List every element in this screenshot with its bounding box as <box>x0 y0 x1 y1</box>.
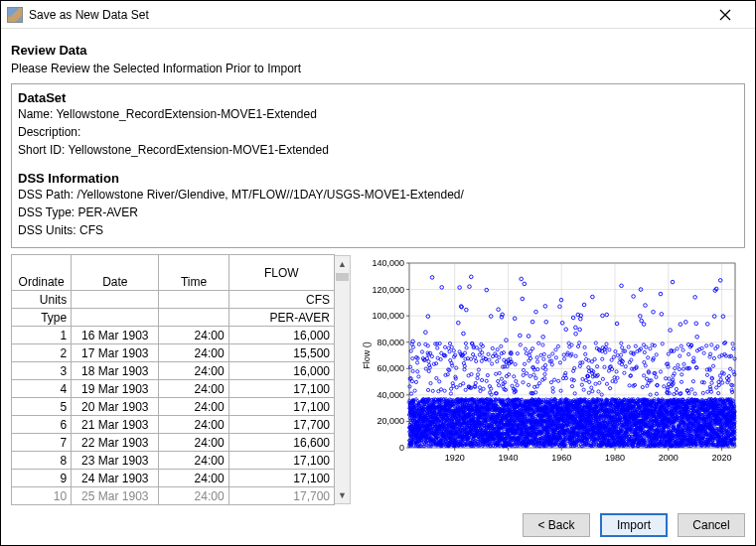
svg-point-515 <box>424 331 428 335</box>
svg-point-150 <box>411 357 414 360</box>
svg-point-710 <box>430 276 434 280</box>
svg-point-1643 <box>463 364 466 367</box>
svg-point-5735 <box>605 382 608 385</box>
svg-point-1077 <box>443 345 446 348</box>
svg-point-4497 <box>562 353 565 356</box>
svg-point-104 <box>409 349 412 352</box>
svg-point-3128 <box>515 379 518 382</box>
svg-point-3603 <box>530 320 534 324</box>
svg-point-5663 <box>603 365 606 368</box>
col-flow[interactable]: FLOW <box>228 255 334 291</box>
col-time[interactable]: Time <box>159 255 228 291</box>
svg-point-3747 <box>535 360 538 363</box>
svg-point-5317 <box>591 390 594 393</box>
close-icon <box>719 9 731 21</box>
svg-point-559 <box>425 356 428 359</box>
svg-point-4409 <box>559 389 562 392</box>
svg-point-5790 <box>607 369 610 372</box>
close-button[interactable] <box>713 4 749 26</box>
svg-point-5974 <box>614 349 617 352</box>
table-row[interactable]: 7 22 Mar 1903 24:00 16,600 <box>12 434 335 452</box>
svg-point-1690 <box>465 308 469 312</box>
svg-point-3905 <box>541 336 545 340</box>
svg-text:2020: 2020 <box>712 453 732 463</box>
svg-point-335 <box>417 342 420 345</box>
svg-point-6132 <box>619 353 622 356</box>
table-row-type[interactable]: Type PER-AVER <box>12 309 335 327</box>
svg-point-9264 <box>728 367 731 370</box>
svg-point-3068 <box>513 375 516 378</box>
svg-point-8900 <box>716 344 719 347</box>
svg-point-6794 <box>643 360 646 363</box>
table-row[interactable]: 10 25 Mar 1903 24:00 17,700 <box>12 487 335 505</box>
svg-point-2588 <box>496 348 499 351</box>
svg-point-1884 <box>471 352 474 355</box>
scroll-thumb[interactable] <box>336 273 349 281</box>
table-row[interactable]: 2 17 Mar 1903 24:00 15,500 <box>12 344 335 362</box>
table-row[interactable]: 5 20 Mar 1903 24:00 17,100 <box>12 398 335 416</box>
svg-point-4333 <box>556 344 559 347</box>
flow-chart: 020,00040,00060,00080,000100,000120,0001… <box>357 254 745 471</box>
svg-point-4726 <box>570 378 573 381</box>
svg-point-6968 <box>649 347 652 350</box>
svg-point-5407 <box>594 382 597 385</box>
dss-type-label: DSS Type: <box>18 205 75 219</box>
svg-point-4340 <box>557 379 560 382</box>
svg-point-5129 <box>584 379 587 382</box>
svg-point-4278 <box>554 356 557 359</box>
import-button[interactable]: Import <box>600 513 668 537</box>
svg-point-322 <box>417 375 420 378</box>
svg-point-1178 <box>447 346 450 349</box>
svg-text:100,000: 100,000 <box>372 311 404 321</box>
svg-point-1962 <box>474 381 477 384</box>
svg-point-4555 <box>564 328 568 332</box>
svg-point-3239 <box>519 334 523 338</box>
svg-point-6807 <box>643 350 646 353</box>
back-button[interactable]: < Back <box>523 513 590 537</box>
svg-point-8945 <box>717 383 720 386</box>
table-row[interactable]: 6 21 Mar 1903 24:00 17,700 <box>12 416 335 434</box>
svg-point-7870 <box>680 380 682 383</box>
table-scrollbar[interactable]: ▲ ▼ <box>335 255 351 504</box>
svg-point-912 <box>438 380 441 383</box>
table-row[interactable]: 1 16 Mar 1903 24:00 16,000 <box>12 327 335 344</box>
scroll-down-icon[interactable]: ▼ <box>335 487 350 503</box>
svg-point-9042 <box>721 381 724 384</box>
svg-point-6553 <box>634 344 637 347</box>
table-row[interactable]: 4 19 Mar 1903 24:00 17,100 <box>12 380 335 398</box>
cancel-button[interactable]: Cancel <box>678 513 745 537</box>
table-row[interactable]: 3 18 Mar 1903 24:00 16,000 <box>12 362 335 380</box>
svg-point-8977 <box>718 374 721 377</box>
svg-point-8207 <box>691 380 694 383</box>
svg-point-5585 <box>600 393 603 396</box>
svg-point-7359 <box>663 385 666 388</box>
svg-point-3924 <box>542 357 545 360</box>
svg-point-3643 <box>532 373 535 376</box>
col-date[interactable]: Date <box>72 255 159 291</box>
svg-point-3165 <box>516 384 519 387</box>
table-row[interactable]: 9 24 Mar 1903 24:00 17,100 <box>12 470 335 487</box>
svg-point-7767 <box>677 363 680 366</box>
svg-point-983 <box>440 286 444 290</box>
svg-point-6019 <box>615 322 619 326</box>
scroll-up-icon[interactable]: ▲ <box>335 256 350 272</box>
svg-point-2097 <box>479 389 482 392</box>
svg-point-3733 <box>535 356 538 359</box>
svg-point-5318 <box>591 295 595 299</box>
col-ordinate[interactable]: Ordinate <box>12 255 72 291</box>
svg-point-6678 <box>639 315 643 319</box>
svg-point-1650 <box>463 351 466 354</box>
table-row[interactable]: 8 23 Mar 1903 24:00 17,100 <box>12 452 335 470</box>
svg-point-963 <box>439 388 442 391</box>
svg-point-5893 <box>611 379 614 382</box>
svg-point-4191 <box>551 390 554 393</box>
data-table[interactable]: Ordinate Date Time FLOW Units CFS Type <box>11 254 335 505</box>
svg-point-6347 <box>627 345 630 348</box>
table-row-units[interactable]: Units CFS <box>12 291 335 309</box>
svg-point-2403 <box>489 315 493 319</box>
svg-point-4719 <box>570 343 573 346</box>
svg-point-729 <box>431 389 434 392</box>
svg-point-5491 <box>597 390 600 393</box>
svg-point-7940 <box>682 362 685 365</box>
svg-point-3398 <box>524 347 527 350</box>
